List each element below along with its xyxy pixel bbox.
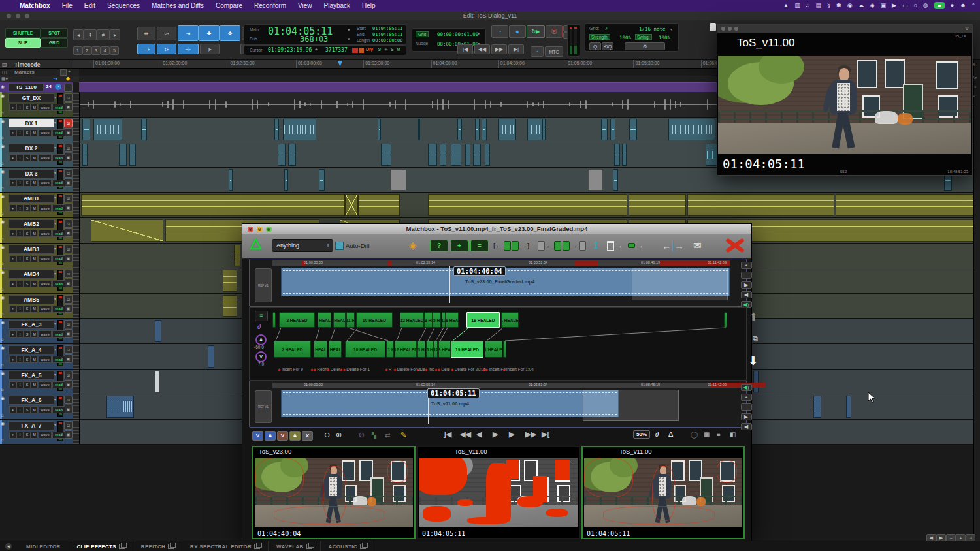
track-elastic-icon[interactable]: ⧉ — [1, 212, 3, 216]
zoom-preset-1[interactable]: 1 — [73, 46, 82, 55]
menu-item-matchbox[interactable]: Matchbox — [20, 2, 50, 9]
track-io-button[interactable]: ⊡ — [64, 169, 73, 178]
zoomer-tool-icon[interactable]: ⌕▾ — [157, 27, 176, 40]
healed-clip-top[interactable]: 13 HE — [424, 312, 433, 328]
play-button[interactable]: ▶ — [493, 430, 498, 439]
audio-clip[interactable] — [428, 194, 627, 216]
mute-button[interactable]: M — [31, 129, 38, 136]
track-name[interactable]: AMB5 — [8, 295, 54, 304]
menu-item-compare[interactable]: Compare — [216, 2, 242, 9]
audio-enable-icon[interactable]: ◀) — [741, 384, 752, 391]
track-io-button[interactable]: ⊡ — [64, 270, 73, 278]
track-name[interactable]: DX 1 — [8, 119, 54, 128]
mtc-button[interactable]: MTC — [545, 46, 563, 57]
clip-list-icon[interactable]: ≡ — [255, 311, 268, 321]
healed-clip-bottom[interactable]: 17 — [434, 341, 438, 358]
film-icon[interactable]: ▤ — [816, 0, 822, 11]
track-elastic-icon[interactable]: ⧉ — [1, 338, 3, 342]
heal-tool-icon[interactable]: ✎ — [400, 431, 406, 439]
play-forward-button[interactable]: ▶ — [741, 281, 752, 289]
record-button[interactable]: Ⓟ — [546, 25, 563, 38]
audio-clip[interactable] — [428, 144, 437, 166]
video-sync-icon[interactable]: ◔ — [55, 84, 61, 90]
track-header[interactable]: ◉⧉AMB5▾⊡▣●ISMwaveread — [0, 294, 73, 319]
partial-icon[interactable]: ∂ — [257, 323, 261, 330]
track-header[interactable]: ◉⧉FX_A_6▾⊡▣●ISMwaveread — [0, 394, 73, 419]
record-enable-button[interactable]: ● — [9, 306, 16, 313]
zoom-preset-4[interactable]: 4 — [101, 46, 110, 55]
input-button[interactable]: I — [16, 129, 24, 136]
strength-value[interactable]: 100% — [619, 35, 631, 40]
solo-button[interactable]: S — [24, 180, 31, 187]
track-freeze-icon[interactable]: ◉ — [1, 144, 5, 149]
healed-clip-top[interactable]: 19 HEALED — [466, 312, 500, 328]
quantize-button[interactable]: Q — [589, 42, 601, 50]
track-freeze-icon[interactable]: ◉ — [1, 119, 5, 124]
grid-mode-button[interactable]: GRID — [41, 38, 68, 48]
window-manager-icon[interactable]: ▥ — [794, 0, 800, 11]
track-io-button[interactable]: ⊡ — [64, 396, 73, 404]
search-icon[interactable]: ○ — [913, 0, 917, 11]
healed-clip-top[interactable]: 18 HEAL — [446, 312, 459, 328]
track-caret-icon[interactable]: ▾ — [54, 321, 56, 326]
audio-clip[interactable] — [345, 194, 358, 216]
read-automation-button[interactable]: read — [52, 406, 65, 413]
audio-b-toggle[interactable]: A — [289, 431, 301, 441]
swirl-icon[interactable]: § — [827, 0, 830, 11]
zoom-preset-2[interactable]: 2 — [82, 46, 91, 55]
input-button[interactable]: I — [16, 306, 24, 313]
end-value[interactable]: 01:04:05:11 — [372, 32, 402, 37]
mute-button[interactable]: M — [31, 255, 38, 262]
track-io-button[interactable]: ⊡ — [64, 345, 73, 354]
input-button[interactable]: I — [16, 104, 24, 111]
healed-clip-bottom[interactable]: 12 HEALED — [395, 341, 417, 358]
solo-button[interactable]: S — [24, 204, 31, 212]
track-header[interactable]: ◉⧉FX_A_7▾⊡▣●ISMwaveread — [0, 420, 73, 445]
input-button[interactable]: I — [16, 406, 24, 413]
prev-match-button[interactable]: ◀◀ — [460, 430, 471, 439]
badge-icon[interactable]: ✱ — [836, 0, 841, 11]
camera-icon[interactable]: ▰ — [934, 2, 945, 9]
audio-clip[interactable] — [613, 169, 618, 191]
add-match-button[interactable]: + — [450, 239, 468, 252]
wave-view-button[interactable]: wave — [39, 204, 52, 212]
swing-value[interactable]: 100% — [659, 35, 670, 40]
audio-clip[interactable] — [155, 371, 159, 393]
bottom-tab-wavelab[interactable]: WAVELAB — [269, 541, 321, 551]
record-icon[interactable]: ● — [951, 0, 954, 11]
track-header[interactable]: ◉⧉AMB3▾⊡▣●ISMwaveread — [0, 244, 73, 268]
track-freeze-icon[interactable]: ◉ — [1, 93, 5, 99]
healed-clip-top[interactable]: 15 HE — [433, 312, 441, 328]
promote-up-icon[interactable]: ⬆ — [749, 311, 758, 323]
track-caret-icon[interactable]: ▾ — [54, 170, 56, 175]
spot-mode-button[interactable]: SPOT — [41, 28, 68, 38]
bottom-tab-midi-editor[interactable]: MIDI EDITOR — [18, 541, 69, 551]
solo-button[interactable]: S — [24, 129, 31, 136]
link-edit-button[interactable]: ↕⊦ — [157, 44, 176, 54]
export-up-icon[interactable]: ↥ — [592, 239, 600, 252]
clock-icon[interactable]: ◔▾ — [52, 76, 57, 82]
input-button[interactable]: I — [16, 330, 24, 338]
mute-button[interactable]: M — [31, 154, 38, 161]
input-button[interactable]: I — [16, 432, 24, 439]
apply-down-icon[interactable]: ⬇ — [748, 354, 758, 368]
track-freeze-icon[interactable]: ◉ — [1, 219, 5, 225]
audio-clip[interactable] — [485, 144, 490, 166]
spread-icon[interactable]: ←|→ — [662, 239, 684, 252]
shazam-icon[interactable]: ◈ — [870, 0, 875, 11]
track-caret-icon[interactable]: ▾ — [54, 422, 56, 427]
audio-clip[interactable] — [319, 169, 325, 191]
track-header[interactable]: ◉⧉AMB2▾⊡▣●ISMwaveread — [0, 218, 73, 243]
solo-button[interactable]: S — [24, 406, 31, 413]
siri-icon[interactable]: ◍ — [923, 0, 928, 11]
track-caret-icon[interactable]: ▾ — [54, 195, 56, 200]
audio-clip[interactable] — [418, 119, 420, 141]
shift-left-button[interactable]: ← — [538, 239, 561, 252]
loop-icon[interactable]: ⇄ — [385, 432, 390, 439]
audio-clip[interactable] — [358, 194, 400, 216]
track-elastic-icon[interactable]: ⧉ — [1, 363, 3, 368]
solo-button[interactable]: S — [24, 230, 31, 237]
bottom-tab-rx-spectral-editor[interactable]: RX SPECTRAL EDITOR — [182, 541, 269, 551]
trim-tool-icon[interactable]: ⇥ — [178, 25, 199, 41]
menu-item-help[interactable]: Help — [362, 2, 376, 9]
